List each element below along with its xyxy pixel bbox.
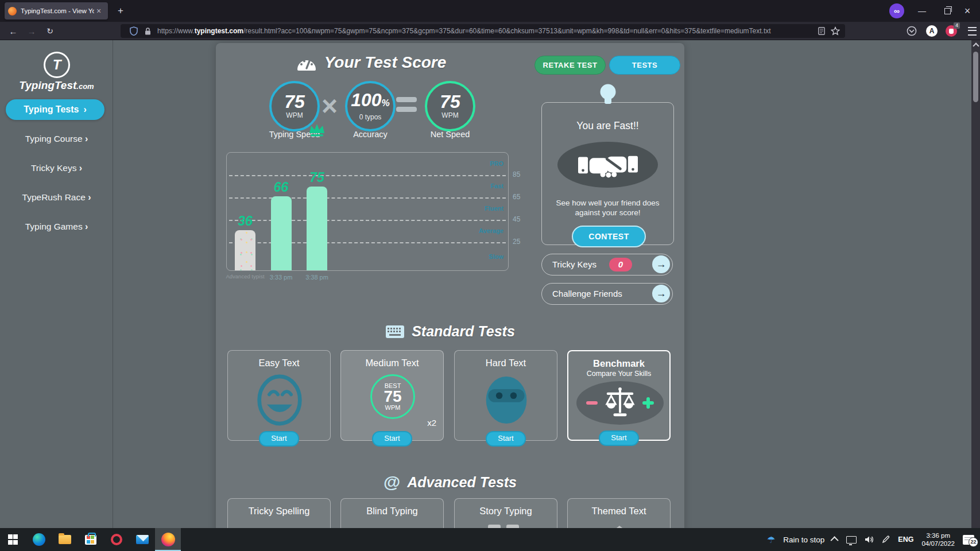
clock-date: 04/07/2022	[921, 540, 955, 547]
page-title: Your Test Score	[216, 53, 526, 72]
results-panel: Your Test Score RETAKE TEST TESTS 75 WPM…	[216, 43, 684, 528]
benchmark-card[interactable]: Benchmark Compare Your Skills Start	[567, 350, 671, 441]
browser-tab[interactable]: TypingTest.com - View Your Typ ×	[5, 2, 108, 20]
sidebar-item-typing-tests[interactable]: Typing Tests›	[6, 99, 104, 120]
reload-button[interactable]: ↻	[42, 24, 57, 38]
sidebar-item-tricky-keys[interactable]: Tricky Keys ›	[0, 163, 113, 173]
plus-icon	[642, 397, 654, 409]
retake-test-button[interactable]: RETAKE TEST	[534, 56, 606, 75]
typingtest-logo-icon[interactable]: T	[44, 52, 70, 78]
chevron-right-icon: ›	[83, 104, 86, 115]
adblock-badge: 4	[954, 22, 960, 29]
adblock-icon[interactable]: 4	[944, 25, 958, 37]
themed-text-card[interactable]: Themed Text	[567, 498, 671, 528]
sidebar-item-typing-games[interactable]: Typing Games ›	[0, 222, 113, 232]
medium-text-card[interactable]: Medium Text BEST 75 WPM x2 Start	[340, 350, 444, 441]
net-speed-label: Net Speed	[410, 130, 490, 139]
menu-button[interactable]	[965, 25, 979, 37]
start-benchmark-button[interactable]: Start	[599, 430, 639, 446]
arrow-right-icon[interactable]: →	[652, 255, 670, 273]
clock[interactable]: 3:36 pm 04/07/2022	[921, 531, 955, 548]
store-icon	[85, 535, 96, 545]
scrollbar-thumb[interactable]	[973, 52, 978, 102]
scales-icon	[602, 387, 638, 419]
handshake-icon	[576, 150, 640, 180]
best-score-badge: BEST 75 WPM	[370, 374, 415, 419]
equals-icon	[396, 97, 417, 117]
taskbar-mail[interactable]	[129, 528, 155, 551]
benchmark-badge	[576, 381, 664, 425]
friend-contest-panel: You are Fast!! See how well your friend …	[541, 102, 674, 245]
wpm-bar	[307, 187, 327, 270]
easy-text-card[interactable]: Easy Text Start	[227, 350, 331, 441]
folder-icon	[59, 535, 71, 544]
start-hard-text-button[interactable]: Start	[486, 431, 526, 447]
chevron-right-icon: ›	[79, 163, 82, 173]
tricky-spelling-card[interactable]: Tricky Spelling AB	[227, 498, 331, 528]
account-avatar[interactable]: A	[925, 25, 939, 37]
arrow-right-icon[interactable]: →	[652, 285, 670, 302]
challenge-friends-link[interactable]: Challenge Friends →	[541, 283, 673, 305]
sidebar-item-typerush-race[interactable]: TypeRush Race ›	[0, 192, 113, 203]
back-button[interactable]: ←	[6, 24, 21, 38]
at-sign-icon: @	[384, 472, 400, 492]
volume-icon[interactable]	[865, 536, 874, 544]
crown-icon	[308, 123, 326, 138]
sidebar-item-typing-course[interactable]: Typing Course ›	[0, 134, 113, 144]
minimize-button[interactable]: —	[909, 0, 935, 22]
tab-close-icon[interactable]: ×	[96, 7, 101, 15]
lock-icon[interactable]	[142, 26, 153, 36]
contest-button[interactable]: CONTEST	[572, 226, 646, 247]
taskbar-opera[interactable]	[103, 528, 129, 551]
taskbar-explorer[interactable]	[52, 528, 78, 551]
x-axis-label: Advanced typist	[225, 274, 265, 280]
friend-panel-text: See how well your friend does against yo…	[548, 198, 668, 218]
page-scrollbar[interactable]	[971, 40, 980, 528]
pocket-icon[interactable]	[905, 25, 919, 37]
start-medium-text-button[interactable]: Start	[372, 431, 412, 447]
pen-icon[interactable]	[882, 536, 890, 544]
tracking-shield-icon[interactable]	[129, 26, 139, 36]
reader-view-icon[interactable]	[816, 26, 827, 36]
new-tab-button[interactable]: +	[114, 4, 127, 18]
chart-gridline	[229, 175, 506, 176]
net-speed-circle: 75 WPM	[425, 81, 475, 131]
bookmark-star-icon[interactable]	[830, 26, 840, 36]
start-easy-text-button[interactable]: Start	[259, 431, 299, 447]
mail-icon	[136, 535, 149, 544]
chevron-right-icon: ›	[85, 134, 88, 143]
screen: TypingTest.com - View Your Typ × + ∞ — ×…	[0, 0, 980, 551]
taskbar-edge[interactable]	[26, 528, 52, 551]
speed-tier-label: Slow	[489, 253, 503, 260]
site-logo-text[interactable]: TypingTest.com	[0, 79, 113, 92]
umbrella-icon: ☂	[767, 534, 775, 545]
y-axis-tick: 65	[513, 193, 530, 201]
language-indicator[interactable]: ENG	[898, 536, 913, 544]
notification-icon[interactable]: 22	[963, 535, 974, 545]
handshake-badge	[557, 142, 658, 188]
hard-text-card[interactable]: Hard Text Start	[454, 350, 557, 441]
taskbar-firefox[interactable]	[155, 528, 181, 551]
private-browsing-icon: ∞	[889, 3, 904, 18]
story-typing-card[interactable]: Story Typing	[454, 498, 557, 528]
taskbar-store[interactable]	[78, 528, 103, 551]
network-icon[interactable]	[846, 536, 857, 544]
blind-typing-card[interactable]: Blind Typing	[340, 498, 444, 528]
advanced-tests-title: @ Advanced Tests	[216, 472, 684, 492]
bar-value-label: 75	[300, 170, 334, 185]
hamburger-icon	[968, 27, 977, 36]
speed-tier-label: Average	[479, 227, 503, 234]
speedometer-icon	[296, 54, 317, 71]
forward-button[interactable]: →	[24, 24, 39, 38]
scrollbar-up-icon[interactable]	[973, 42, 979, 49]
close-window-button[interactable]: ×	[955, 0, 980, 22]
tricky-keys-link[interactable]: Tricky Keys 0 →	[541, 254, 673, 276]
speed-tier-label: Fast	[490, 183, 503, 189]
clock-time: 3:36 pm	[926, 532, 950, 539]
weather-text[interactable]: Rain to stop	[783, 536, 824, 544]
url-bar[interactable]: https://www.typingtest.com/result.html?a…	[121, 24, 845, 38]
tests-button[interactable]: TESTS	[609, 56, 680, 75]
opera-icon	[111, 534, 122, 545]
tray-chevron-icon[interactable]	[831, 536, 839, 544]
start-button[interactable]	[0, 528, 26, 551]
